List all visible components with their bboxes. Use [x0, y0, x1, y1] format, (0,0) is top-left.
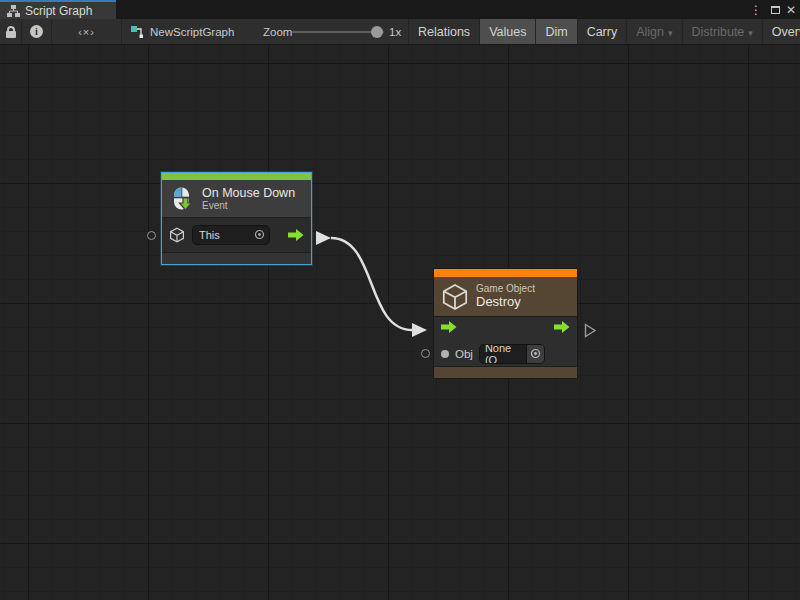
- close-icon: ✕: [786, 3, 796, 17]
- kebab-menu-icon: ⋮: [750, 3, 762, 17]
- tab-title: Script Graph: [25, 4, 92, 18]
- info-button[interactable]: i: [22, 19, 52, 44]
- enter-input-port[interactable]: [441, 320, 457, 338]
- window-menu-button[interactable]: ⋮: [748, 0, 764, 19]
- graph-canvas[interactable]: On Mouse Down Event This: [0, 45, 800, 600]
- obj-value-field[interactable]: None (O: [479, 344, 545, 364]
- window-maximize-button[interactable]: [767, 0, 783, 19]
- trigger-output-port[interactable]: [288, 228, 304, 242]
- connection-start-arrow[interactable]: [316, 231, 331, 245]
- obj-port-label: Obj: [455, 348, 473, 360]
- lock-button[interactable]: [0, 19, 22, 44]
- exit-output-port[interactable]: [554, 320, 570, 338]
- obj-field-value: None (O: [485, 344, 526, 364]
- connection-layer: [0, 45, 800, 600]
- node-header[interactable]: On Mouse Down Event: [162, 180, 311, 218]
- lock-icon: [5, 26, 17, 38]
- hollow-triangle-icon: [584, 323, 597, 338]
- graph-tree-icon: [7, 5, 20, 17]
- code-preview-button[interactable]: ‹×›: [52, 19, 122, 44]
- code-icon: ‹×›: [78, 26, 95, 38]
- mouse-down-icon: [169, 186, 195, 212]
- distribute-dropdown-button[interactable]: Distribute▾: [682, 19, 762, 44]
- connection-wire[interactable]: [331, 238, 412, 330]
- obj-port-row: Obj None (O: [434, 341, 577, 366]
- obj-input-port[interactable]: [421, 349, 430, 358]
- script-graph-asset-icon: [130, 25, 144, 39]
- target-picker-icon: [530, 348, 541, 359]
- node-subtitle: Event: [202, 200, 295, 212]
- target-input-port[interactable]: [147, 231, 156, 240]
- obj-port-dot[interactable]: [441, 350, 449, 358]
- game-object-cube-icon: [169, 227, 185, 243]
- target-picker-icon: [254, 229, 265, 240]
- zoom-label: Zoom: [263, 19, 292, 44]
- graph-toolbar: i ‹×› NewScriptGraph Zoom 1x Relations V…: [0, 19, 800, 45]
- destroy-accent-stripe: [434, 269, 577, 277]
- object-picker-button[interactable]: [526, 345, 544, 363]
- flow-arrow-icon: [288, 228, 304, 242]
- node-destroy[interactable]: Game Object Destroy Obj: [433, 268, 578, 379]
- node-footer: [434, 366, 577, 378]
- node-footer: [162, 252, 311, 264]
- target-port-row: This: [162, 218, 311, 252]
- node-titles: On Mouse Down Event: [202, 186, 295, 212]
- node-header[interactable]: Game Object Destroy: [434, 277, 577, 317]
- tab-bar: Script Graph ⋮ ✕: [0, 0, 800, 19]
- info-icon: i: [30, 25, 43, 38]
- target-value-field[interactable]: This: [192, 225, 270, 245]
- target-field-value: This: [199, 229, 220, 241]
- flow-arrow-icon: [441, 320, 457, 334]
- dim-button[interactable]: Dim: [535, 19, 576, 44]
- node-on-mouse-down[interactable]: On Mouse Down Event This: [161, 172, 312, 265]
- graph-asset-name: NewScriptGraph: [150, 26, 234, 38]
- zoom-slider-handle[interactable]: [371, 26, 383, 38]
- flow-port-row: [434, 317, 577, 341]
- node-title: On Mouse Down: [202, 186, 295, 200]
- values-button[interactable]: Values: [479, 19, 535, 44]
- tab-script-graph[interactable]: Script Graph: [0, 0, 116, 19]
- chevron-down-icon: ▾: [748, 28, 753, 38]
- chevron-down-icon: ▾: [668, 28, 673, 38]
- window-close-button[interactable]: ✕: [783, 0, 799, 19]
- node-titles: Game Object Destroy: [476, 283, 535, 309]
- object-picker-button[interactable]: [250, 229, 269, 242]
- flow-arrow-icon: [554, 320, 570, 334]
- exit-external-port[interactable]: [584, 323, 597, 342]
- script-graph-window: Script Graph ⋮ ✕ i ‹×› Ne: [0, 0, 800, 600]
- align-dropdown-button[interactable]: Align▾: [626, 19, 681, 44]
- overview-button[interactable]: Overview: [762, 19, 800, 44]
- maximize-icon: [771, 6, 780, 14]
- event-accent-stripe: [162, 173, 311, 180]
- relations-button[interactable]: Relations: [408, 19, 479, 44]
- game-object-cube-icon: [441, 283, 469, 311]
- carry-button[interactable]: Carry: [577, 19, 627, 44]
- zoom-value: 1x: [389, 19, 401, 44]
- toolbar-buttons: Relations Values Dim Carry Align▾ Distri…: [408, 19, 800, 44]
- connection-end-arrow[interactable]: [412, 323, 427, 337]
- graph-asset-reference[interactable]: NewScriptGraph: [130, 19, 234, 44]
- node-title: Destroy: [476, 295, 535, 310]
